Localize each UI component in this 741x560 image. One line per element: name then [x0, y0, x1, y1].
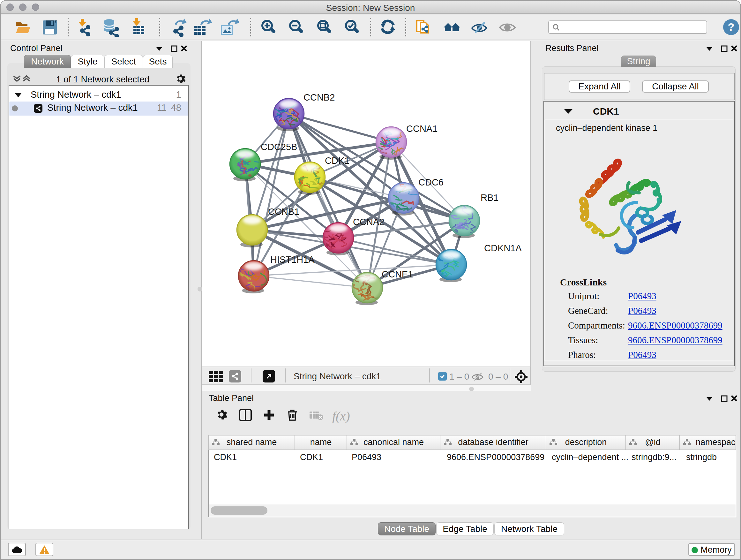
- svg-text:CCNA1: CCNA1: [406, 124, 437, 134]
- svg-text:CCNB2: CCNB2: [304, 92, 335, 103]
- svg-text:?: ?: [728, 21, 735, 33]
- svg-text:CCNA2: CCNA2: [353, 217, 384, 227]
- svg-text:CDK1: CDK1: [325, 155, 349, 166]
- svg-text:CCNE1: CCNE1: [382, 269, 413, 279]
- svg-text:HIST1H1A: HIST1H1A: [270, 254, 315, 265]
- svg-text:CCNB1: CCNB1: [268, 206, 299, 217]
- svg-text:CDC25B: CDC25B: [261, 142, 297, 152]
- svg-text:RB1: RB1: [481, 192, 498, 203]
- svg-text:CDC6: CDC6: [418, 177, 444, 187]
- svg-text:CDKN1A: CDKN1A: [484, 243, 522, 253]
